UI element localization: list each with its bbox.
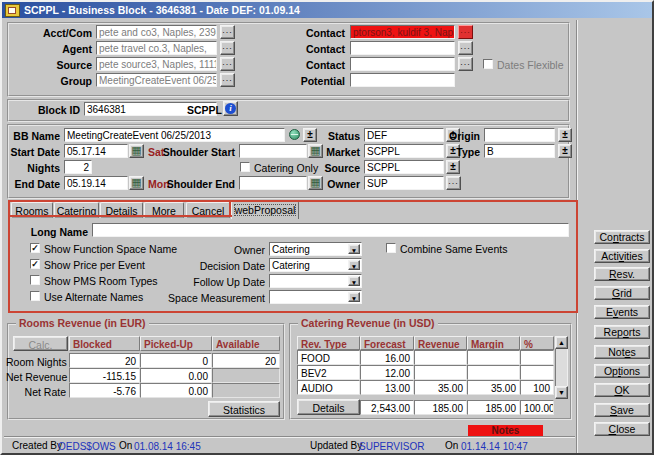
catering-row2-percent [520, 365, 554, 380]
details-button[interactable]: Details [297, 399, 360, 415]
updated-by-label: Updated By [310, 440, 362, 451]
end-date-field[interactable]: 05.19.14 [64, 176, 128, 190]
long-name-input[interactable] [92, 223, 569, 237]
shoulder-start-field[interactable] [239, 144, 307, 158]
acct-com-label: Acct/Com [8, 27, 92, 39]
contact-3-field[interactable] [350, 57, 455, 71]
contact-2-field[interactable] [350, 41, 455, 55]
catering-row1-revenue [414, 350, 467, 365]
activities-button[interactable]: Activities [594, 249, 650, 263]
sidebar-divider [576, 20, 578, 453]
owner-browse-button[interactable]: ... [446, 176, 461, 190]
created-by-label: Created By [12, 440, 62, 451]
info-button[interactable]: i [223, 101, 238, 116]
source-code-field[interactable]: SCPPL [364, 160, 444, 174]
catering-row1-margin [467, 350, 520, 365]
catering-col-margin: Margin [467, 336, 520, 350]
end-date-calendar-button[interactable]: ▦ [129, 176, 144, 190]
origin-field[interactable] [484, 128, 555, 142]
contact-1-browse-button[interactable]: ... [458, 25, 473, 39]
decision-date-select[interactable]: Catering▼ [269, 258, 362, 272]
scroll-down-icon[interactable]: ▼ [555, 386, 568, 399]
contracts-button[interactable]: Contracts [594, 230, 650, 244]
bb-name-field[interactable]: MeetingCreateEvent 06/25/2013 [64, 128, 285, 142]
created-on-value: 01.08.14 16:45 [134, 441, 201, 452]
catering-row2-revenue [414, 365, 467, 380]
catering-only-checkbox[interactable]: ✓ [240, 162, 250, 172]
source-account-field[interactable]: pete source3, Naples, 1111111111 [96, 57, 217, 71]
show-function-space-name-checkbox[interactable]: ✓ [30, 243, 40, 253]
use-alternate-names-checkbox[interactable]: ✓ [30, 291, 40, 301]
scroll-up-icon[interactable]: ▲ [555, 336, 568, 349]
catering-col-percent: % [520, 336, 554, 350]
options-button[interactable]: Options [594, 364, 650, 378]
acct-com-browse-button[interactable]: ... [220, 25, 235, 39]
start-date-calendar-button[interactable]: ▦ [129, 144, 144, 158]
group-field[interactable]: MeetingCreateEvent 06/25/2013 [96, 73, 217, 87]
type-list-button[interactable]: ± [558, 144, 572, 158]
use-alternate-names-label: Use Alternate Names [44, 291, 143, 303]
shoulder-end-field[interactable] [239, 176, 307, 190]
calc-button: Calc. [13, 336, 68, 351]
chevron-down-icon[interactable]: ▼ [348, 244, 360, 254]
shoulder-start-label: Shoulder Start [152, 146, 235, 158]
tab-webproposal[interactable]: webProposal [231, 201, 299, 219]
source-browse-button[interactable]: ... [220, 57, 235, 71]
globe-icon[interactable] [289, 129, 300, 140]
chevron-down-icon[interactable]: ▼ [348, 276, 360, 286]
contact-1-label: Contact [262, 27, 345, 39]
show-pms-room-types-checkbox[interactable]: ✓ [30, 275, 40, 285]
group-browse-button[interactable]: ... [220, 73, 235, 87]
save-button[interactable]: Save [594, 403, 650, 417]
catering-row2-type: BEV2 [297, 365, 360, 380]
agent-browse-button[interactable]: ... [220, 41, 235, 55]
reports-button[interactable]: Reports [594, 325, 650, 339]
contact-3-browse-button[interactable]: ... [458, 57, 473, 71]
potential-field[interactable] [350, 73, 455, 87]
close-button[interactable]: Close [594, 422, 650, 436]
tab-more[interactable]: More [144, 202, 184, 218]
notes-button[interactable]: Notes [594, 345, 650, 359]
nights-field[interactable]: 2 [64, 160, 92, 174]
type-field[interactable]: B [484, 144, 555, 158]
agent-field[interactable]: pete travel co.3, Naples, [96, 41, 217, 55]
created-by-value: OEDS$OWS [58, 441, 116, 452]
potential-label: Potential [262, 75, 345, 87]
combine-same-events-checkbox[interactable]: ✓ [386, 243, 396, 253]
tab-rooms[interactable]: Rooms [11, 202, 53, 218]
ok-button[interactable]: OK [594, 383, 650, 397]
statistics-button[interactable]: Statistics [208, 401, 280, 417]
agent-label: Agent [8, 43, 92, 55]
contact-1-field[interactable]: ptorson3, kuldif 3, Naples, 3334446555 [350, 25, 455, 39]
chevron-down-icon[interactable]: ▼ [348, 292, 360, 302]
owner-field[interactable]: SUP [364, 176, 444, 190]
catering-col-revenue: Revenue [414, 336, 467, 350]
resv-button[interactable]: Resv. [594, 267, 650, 281]
catering-row3-forecast: 13.00 [360, 380, 414, 395]
grid-button[interactable]: Grid [594, 286, 650, 300]
follow-up-date-select[interactable]: ▼ [269, 274, 362, 288]
start-date-field[interactable]: 05.17.14 [64, 144, 128, 158]
origin-list-button[interactable]: ± [558, 128, 572, 142]
net-revenue-pickedup-cell: 0.00 [140, 368, 212, 383]
space-measurement-select[interactable]: ▼ [269, 290, 362, 304]
events-button[interactable]: Events [594, 305, 650, 319]
tab-cancel[interactable]: Cancel [186, 202, 230, 218]
block-id-label: Block ID [8, 104, 80, 116]
market-label: Market [302, 146, 360, 158]
net-revenue-available-cell [212, 368, 280, 383]
chevron-down-icon[interactable]: ▼ [348, 260, 360, 270]
source-list-button[interactable]: ± [446, 160, 460, 174]
start-date-label: Start Date [8, 146, 60, 158]
contact-2-browse-button[interactable]: ... [458, 41, 473, 55]
catering-row3-percent: 100 [520, 380, 554, 395]
titlebar: SCPPL - Business Block - 3646381 - Date … [2, 2, 652, 18]
room-nights-row-label: Room Nights [6, 356, 66, 368]
proposal-owner-select[interactable]: Catering▼ [269, 242, 362, 256]
rooms-revenue-title: Rooms Revenue (in EUR) [16, 318, 149, 329]
tab-details[interactable]: Details [100, 202, 143, 218]
tab-catering[interactable]: Catering [54, 202, 99, 218]
notes-lamp[interactable]: Notes [468, 425, 543, 436]
acct-com-field[interactable]: pete and co3, Naples, 2394301212 [96, 25, 217, 39]
show-price-per-event-checkbox[interactable]: ✓ [30, 259, 40, 269]
